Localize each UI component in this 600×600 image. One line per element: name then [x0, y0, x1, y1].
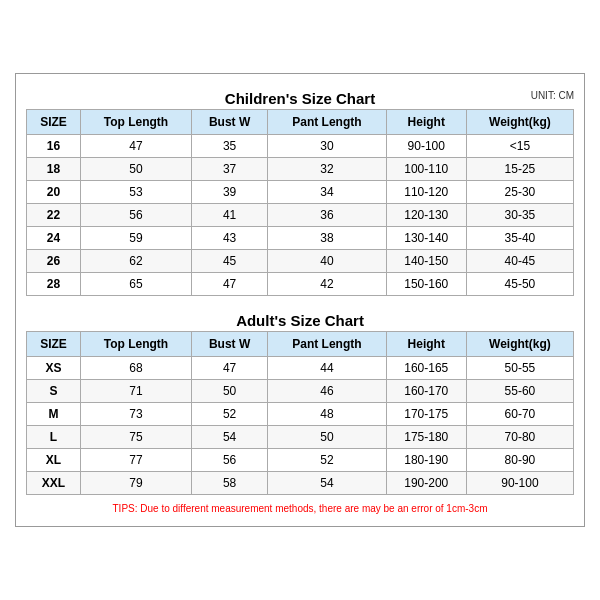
adult-col-header-size: SIZE: [27, 332, 81, 357]
col-header-pant-length: Pant Length: [268, 110, 386, 135]
col-header-weight: Weight(kg): [466, 110, 573, 135]
table-cell: M: [27, 403, 81, 426]
table-cell: 34: [268, 181, 386, 204]
table-cell: 56: [192, 449, 268, 472]
table-cell: 24: [27, 227, 81, 250]
col-header-bust-w: Bust W: [192, 110, 268, 135]
table-row: 26624540140-15040-45: [27, 250, 574, 273]
table-cell: 53: [80, 181, 191, 204]
table-cell: 175-180: [386, 426, 466, 449]
table-cell: 160-170: [386, 380, 466, 403]
table-cell: 48: [268, 403, 386, 426]
table-cell: 22: [27, 204, 81, 227]
table-cell: 65: [80, 273, 191, 296]
table-cell: 32: [268, 158, 386, 181]
table-cell: 35: [192, 135, 268, 158]
table-cell: 18: [27, 158, 81, 181]
adult-col-header-weight: Weight(kg): [466, 332, 573, 357]
table-cell: 50: [192, 380, 268, 403]
table-cell: 170-175: [386, 403, 466, 426]
children-section-title: Children's Size Chart UNIT: CM: [26, 84, 574, 109]
table-cell: 120-130: [386, 204, 466, 227]
children-title-text: Children's Size Chart: [225, 90, 375, 107]
table-cell: 30: [268, 135, 386, 158]
table-cell: 55-60: [466, 380, 573, 403]
table-cell: 90-100: [466, 472, 573, 495]
table-cell: 130-140: [386, 227, 466, 250]
table-cell: 15-25: [466, 158, 573, 181]
adult-size-table: SIZE Top Length Bust W Pant Length Heigh…: [26, 331, 574, 495]
table-cell: 30-35: [466, 204, 573, 227]
table-row: 18503732100-11015-25: [27, 158, 574, 181]
table-cell: L: [27, 426, 81, 449]
table-cell: 56: [80, 204, 191, 227]
table-cell: 47: [80, 135, 191, 158]
adult-table-body: XS684744160-16550-55S715046160-17055-60M…: [27, 357, 574, 495]
table-cell: 62: [80, 250, 191, 273]
table-cell: 80-90: [466, 449, 573, 472]
table-row: 24594338130-14035-40: [27, 227, 574, 250]
adult-header-row: SIZE Top Length Bust W Pant Length Heigh…: [27, 332, 574, 357]
adult-col-header-height: Height: [386, 332, 466, 357]
table-cell: 39: [192, 181, 268, 204]
table-cell: <15: [466, 135, 573, 158]
table-cell: 50: [80, 158, 191, 181]
table-cell: 70-80: [466, 426, 573, 449]
table-row: L755450175-18070-80: [27, 426, 574, 449]
table-cell: 26: [27, 250, 81, 273]
table-cell: XXL: [27, 472, 81, 495]
table-cell: 38: [268, 227, 386, 250]
table-cell: XL: [27, 449, 81, 472]
table-cell: 43: [192, 227, 268, 250]
table-cell: 190-200: [386, 472, 466, 495]
children-header-row: SIZE Top Length Bust W Pant Length Heigh…: [27, 110, 574, 135]
table-cell: 73: [80, 403, 191, 426]
table-cell: 37: [192, 158, 268, 181]
table-cell: 42: [268, 273, 386, 296]
table-row: 22564136120-13030-35: [27, 204, 574, 227]
adult-section-title: Adult's Size Chart: [26, 306, 574, 331]
adult-col-header-top-length: Top Length: [80, 332, 191, 357]
table-cell: 79: [80, 472, 191, 495]
table-cell: 68: [80, 357, 191, 380]
table-cell: 47: [192, 357, 268, 380]
adult-col-header-pant-length: Pant Length: [268, 332, 386, 357]
table-cell: 45: [192, 250, 268, 273]
tips-text: TIPS: Due to different measurement metho…: [26, 499, 574, 516]
table-cell: 16: [27, 135, 81, 158]
table-cell: 100-110: [386, 158, 466, 181]
table-row: M735248170-17560-70: [27, 403, 574, 426]
table-cell: XS: [27, 357, 81, 380]
table-row: 1647353090-100<15: [27, 135, 574, 158]
table-cell: 47: [192, 273, 268, 296]
table-row: 20533934110-12025-30: [27, 181, 574, 204]
table-cell: 50: [268, 426, 386, 449]
col-header-height: Height: [386, 110, 466, 135]
table-cell: 150-160: [386, 273, 466, 296]
table-cell: 140-150: [386, 250, 466, 273]
table-cell: 77: [80, 449, 191, 472]
unit-label: UNIT: CM: [531, 90, 574, 101]
table-row: S715046160-17055-60: [27, 380, 574, 403]
table-cell: 25-30: [466, 181, 573, 204]
table-cell: 71: [80, 380, 191, 403]
table-cell: 40-45: [466, 250, 573, 273]
table-cell: 46: [268, 380, 386, 403]
table-cell: 36: [268, 204, 386, 227]
table-cell: 35-40: [466, 227, 573, 250]
table-cell: 110-120: [386, 181, 466, 204]
col-header-top-length: Top Length: [80, 110, 191, 135]
table-cell: 45-50: [466, 273, 573, 296]
table-cell: 52: [268, 449, 386, 472]
table-cell: S: [27, 380, 81, 403]
table-cell: 60-70: [466, 403, 573, 426]
table-cell: 40: [268, 250, 386, 273]
table-cell: 180-190: [386, 449, 466, 472]
table-row: XL775652180-19080-90: [27, 449, 574, 472]
table-cell: 75: [80, 426, 191, 449]
table-cell: 160-165: [386, 357, 466, 380]
table-cell: 44: [268, 357, 386, 380]
children-size-table: SIZE Top Length Bust W Pant Length Heigh…: [26, 109, 574, 296]
table-row: XS684744160-16550-55: [27, 357, 574, 380]
table-cell: 52: [192, 403, 268, 426]
